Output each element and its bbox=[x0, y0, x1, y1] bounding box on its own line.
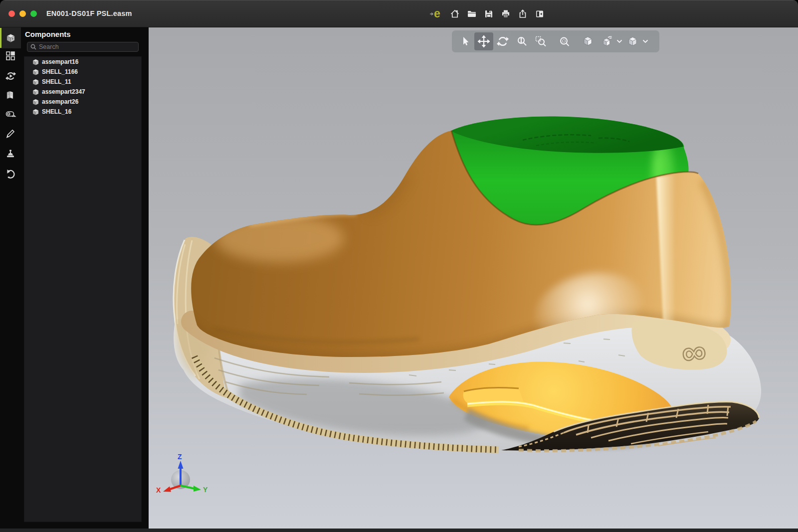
save-icon[interactable] bbox=[484, 9, 494, 19]
part-icon bbox=[32, 59, 39, 65]
window-title: EN001-DS01F PSL.easm bbox=[46, 0, 132, 27]
sidebar-tool-stamp[interactable] bbox=[0, 144, 21, 164]
rotate-tool-button[interactable] bbox=[493, 32, 512, 50]
sidebar-tool-components[interactable] bbox=[0, 27, 21, 48]
component-item[interactable]: SHELL_1166 bbox=[24, 67, 141, 77]
sidebar-tool-animate[interactable] bbox=[0, 66, 21, 86]
titlebar: EN001-DS01F PSL.easm e bbox=[0, 0, 798, 27]
view-toolbar bbox=[452, 30, 659, 52]
zoom-tool-button[interactable] bbox=[512, 32, 531, 50]
section-tool-button[interactable] bbox=[578, 32, 597, 50]
component-item[interactable]: assempart16 bbox=[24, 57, 141, 67]
app-window: ∞ bbox=[0, 0, 798, 532]
search-box[interactable] bbox=[27, 42, 139, 52]
components-panel-title: Components bbox=[25, 30, 71, 38]
sidebar-tool-markup[interactable] bbox=[0, 124, 21, 144]
select-tool-button[interactable] bbox=[455, 32, 474, 50]
components-tree: assempart16 SHELL_1166 SHELL_11 assempar… bbox=[24, 56, 142, 522]
triad-y-label: Y bbox=[203, 486, 208, 494]
left-tool-strip bbox=[0, 27, 21, 532]
viewport-3d[interactable]: ∞ bbox=[149, 27, 798, 532]
zoom-button[interactable] bbox=[30, 10, 37, 17]
sidebar-tool-configurations[interactable] bbox=[0, 85, 21, 105]
open-file-icon[interactable] bbox=[467, 9, 477, 19]
sidebar-tool-measure[interactable] bbox=[0, 104, 21, 124]
part-icon bbox=[32, 89, 39, 95]
search-icon bbox=[30, 44, 36, 50]
search-input[interactable] bbox=[39, 43, 129, 50]
part-icon bbox=[32, 109, 39, 115]
part-icon bbox=[32, 79, 39, 85]
triad-z-label: Z bbox=[178, 453, 182, 461]
orientation-triad: Z X Y bbox=[156, 453, 208, 494]
sidebar-tool-reset-view[interactable] bbox=[0, 164, 21, 183]
sidebar-tool-layout[interactable] bbox=[0, 46, 21, 66]
window-bottom-edge bbox=[0, 529, 798, 532]
shoe-model[interactable]: ∞ bbox=[149, 27, 798, 532]
component-item[interactable]: assempart2347 bbox=[24, 87, 141, 97]
print-icon[interactable] bbox=[501, 9, 511, 19]
display-style-button[interactable] bbox=[623, 32, 642, 50]
window-controls bbox=[8, 10, 37, 17]
share-icon[interactable] bbox=[518, 9, 528, 19]
close-button[interactable] bbox=[8, 10, 15, 17]
part-icon bbox=[32, 69, 39, 75]
component-item[interactable]: assempart26 bbox=[24, 97, 141, 107]
component-item[interactable]: SHELL_11 bbox=[24, 77, 141, 87]
model-views-dropdown[interactable] bbox=[616, 32, 623, 50]
components-panel: Components assempart16 SHELL_1166 SHELL_… bbox=[21, 27, 149, 532]
part-icon bbox=[32, 99, 39, 105]
minimize-button[interactable] bbox=[19, 10, 26, 17]
toggle-panel-icon[interactable] bbox=[535, 9, 545, 19]
home-icon[interactable] bbox=[450, 9, 460, 19]
display-style-dropdown[interactable] bbox=[642, 32, 649, 50]
component-item[interactable]: SHELL_16 bbox=[24, 107, 141, 117]
model-views-button[interactable] bbox=[597, 32, 616, 50]
infinity-logo: ∞ bbox=[679, 332, 708, 372]
edrawings-logo-icon: e bbox=[430, 7, 443, 20]
zoom-area-tool-button[interactable] bbox=[531, 32, 550, 50]
zoom-fit-tool-button[interactable] bbox=[555, 32, 574, 50]
pan-tool-button[interactable] bbox=[474, 32, 493, 50]
triad-x-label: X bbox=[156, 486, 161, 494]
